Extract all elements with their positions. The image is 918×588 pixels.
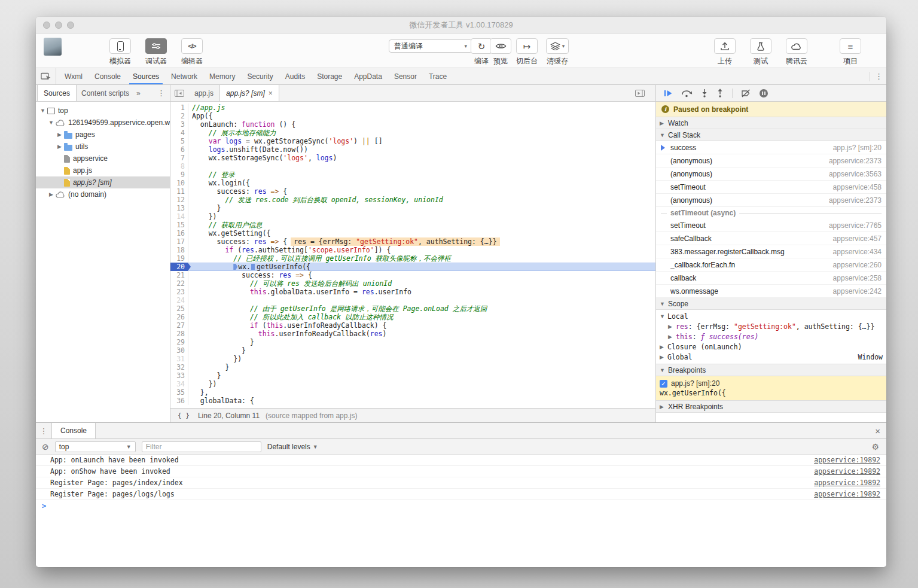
code-line-36[interactable]: 36 globalData: { (170, 397, 655, 405)
log-levels-select[interactable]: Default levels ▼ (267, 443, 318, 451)
code-line-5[interactable]: 5 var logs = wx.getStorageSync('logs') |… (170, 137, 655, 145)
tree-item-app-js-sm-[interactable]: app.js? [sm] (36, 176, 170, 188)
line-number-3[interactable]: 3 (170, 120, 188, 129)
context-select[interactable]: top ▼ (55, 441, 136, 452)
tree-item-1261949599-appservice-open-we[interactable]: ▼1261949599.appservice.open.we (36, 117, 170, 129)
call-stack-frame[interactable]: setTimeoutappservice:458 (656, 181, 886, 194)
call-stack-frame[interactable]: safeCallbackappservice:457 (656, 232, 886, 245)
tab-content-scripts[interactable]: Content scripts (77, 85, 134, 101)
line-number-19[interactable]: 19 (170, 254, 188, 263)
line-number-25[interactable]: 25 (170, 304, 188, 313)
code-line-23[interactable]: 23 this.globalData.userInfo = res.userIn… (170, 288, 655, 296)
code-line-12[interactable]: 12 // 发送 res.code 到后台换取 openId, sessionK… (170, 196, 655, 204)
tree-expander-icon[interactable]: ▼ (48, 120, 54, 126)
more-tabs-icon[interactable]: » (134, 85, 143, 101)
line-number-17[interactable]: 17 (170, 237, 188, 246)
frame-location[interactable]: app.js? [sm]:20 (833, 144, 882, 152)
frame-location[interactable]: appservice:434 (833, 248, 882, 256)
frame-location[interactable]: appservice:458 (833, 183, 882, 191)
tree-expander-icon[interactable]: ▼ (39, 108, 46, 114)
code-line-3[interactable]: 3 onLaunch: function () { (170, 120, 655, 129)
line-number-2[interactable]: 2 (170, 112, 188, 120)
call-stack-frame[interactable]: callbackappservice:258 (656, 272, 886, 285)
drawer-menu-icon[interactable]: ⋮ (40, 426, 48, 435)
line-number-28[interactable]: 28 (170, 330, 188, 338)
devtools-tab-memory[interactable]: Memory (203, 68, 241, 84)
line-number-36[interactable]: 36 (170, 397, 188, 405)
line-number-5[interactable]: 5 (170, 137, 188, 145)
call-stack-frame[interactable]: setTimeoutappservice:7765 (656, 219, 886, 232)
line-number-4[interactable]: 4 (170, 129, 188, 137)
frame-location[interactable]: appservice:2373 (829, 157, 882, 165)
show-panel-button[interactable] (635, 85, 645, 101)
scope-variable[interactable]: ▶this: ƒ success(res) (656, 331, 886, 342)
console-source-link[interactable]: appservice:19892 (814, 456, 880, 464)
code-line-11[interactable]: 11 success: res => { (170, 187, 655, 196)
avatar[interactable] (44, 38, 62, 56)
line-number-27[interactable]: 27 (170, 321, 188, 330)
debugger-button[interactable]: 调试器 (137, 38, 175, 66)
call-stack-frame[interactable]: _callback.forEach.fnappservice:260 (656, 258, 886, 272)
line-number-20[interactable]: 20 (170, 263, 188, 271)
line-number-31[interactable]: 31 (170, 355, 188, 363)
watch-section-header[interactable]: ▶ Watch (656, 117, 886, 129)
line-number-26[interactable]: 26 (170, 313, 188, 321)
call-stack-frame[interactable]: successapp.js? [sm]:20 (656, 141, 886, 154)
line-number-6[interactable]: 6 (170, 145, 188, 154)
line-number-13[interactable]: 13 (170, 204, 188, 212)
filter-input[interactable] (142, 441, 261, 452)
line-number-23[interactable]: 23 (170, 288, 188, 296)
call-stack-frame[interactable]: (anonymous)appservice:3563 (656, 167, 886, 181)
console-source-link[interactable]: appservice:19892 (814, 479, 880, 487)
deactivate-breakpoints-button[interactable] (741, 89, 751, 98)
code-line-10[interactable]: 10 wx.login({ (170, 179, 655, 187)
traffic-lights[interactable] (43, 22, 74, 29)
line-number-12[interactable]: 12 (170, 196, 188, 204)
navigator-menu-icon[interactable]: ⋮ (157, 89, 165, 98)
line-number-34[interactable]: 34 (170, 380, 188, 388)
simulator-button[interactable]: 模拟器 (101, 38, 139, 66)
code-line-29[interactable]: 29 } (170, 338, 655, 346)
more-options-icon[interactable]: ⋮ (875, 72, 883, 81)
call-stack-frame[interactable]: 383.messager.registerCallback.msgappserv… (656, 245, 886, 258)
inspect-element-button[interactable] (36, 68, 56, 84)
pause-on-exceptions-button[interactable] (759, 89, 768, 98)
minimize-window-icon[interactable] (55, 22, 62, 29)
call-stack-frame[interactable]: (anonymous)appservice:2373 (656, 194, 886, 207)
code-line-25[interactable]: 25 // 由于 getUserInfo 是网络请求，可能会在 Page.onL… (170, 304, 655, 313)
call-stack-frame[interactable]: ws.onmessageappservice:242 (656, 285, 886, 298)
scope-closure[interactable]: ▶ Closure (onLaunch) (656, 342, 886, 352)
code-line-28[interactable]: 28 this.userInfoReadyCallback(res) (170, 330, 655, 338)
tree-expander-icon[interactable]: ▶ (56, 144, 63, 150)
code-line-34[interactable]: 34 }) (170, 380, 655, 388)
breakpoint-entry[interactable]: ✓app.js? [sm]:20wx.getUserInfo({ (656, 376, 886, 401)
code-line-19[interactable]: 19 // 已经授权，可以直接调用 getUserInfo 获取头像昵称，不会弹… (170, 254, 655, 263)
line-number-35[interactable]: 35 (170, 388, 188, 397)
line-number-10[interactable]: 10 (170, 179, 188, 187)
clear-cache-button[interactable]: ▾ 清缓存 (538, 38, 577, 66)
code-line-27[interactable]: 27 if (this.userInfoReadyCallback) { (170, 321, 655, 330)
line-number-29[interactable]: 29 (170, 338, 188, 346)
file-tab-app-js-sm-[interactable]: app.js? [sm]× (219, 85, 279, 101)
test-button[interactable]: 测试 (742, 38, 780, 66)
tencent-cloud-button[interactable]: 腾讯云 (777, 38, 816, 66)
console-prompt[interactable]: > (36, 500, 886, 512)
scope-variable[interactable]: ▶res: {errMsg: "getSetting:ok", authSett… (656, 321, 886, 331)
close-window-icon[interactable] (43, 22, 50, 29)
line-number-22[interactable]: 22 (170, 279, 188, 288)
line-number-8[interactable]: 8 (170, 162, 188, 170)
line-number-24[interactable]: 24 (170, 296, 188, 304)
frame-location[interactable]: appservice:457 (833, 234, 882, 243)
code-line-17[interactable]: 17 success: res => {res = {errMsg: "getS… (170, 237, 655, 246)
code-line-20[interactable]: 20 wx.getUserInfo({ (170, 263, 655, 271)
devtools-tab-appdata[interactable]: AppData (348, 68, 388, 84)
code-line-14[interactable]: 14 }) (170, 212, 655, 221)
line-number-9[interactable]: 9 (170, 170, 188, 179)
continue-to-marker[interactable] (251, 264, 255, 270)
chevron-right-icon[interactable]: ▶ (668, 334, 673, 340)
hide-navigator-button[interactable] (170, 85, 188, 101)
tree-item-pages[interactable]: ▶pages (36, 129, 170, 141)
code-line-4[interactable]: 4 // 展示本地存储能力 (170, 129, 655, 137)
frame-location[interactable]: appservice:7765 (829, 221, 882, 230)
devtools-tab-trace[interactable]: Trace (423, 68, 453, 84)
